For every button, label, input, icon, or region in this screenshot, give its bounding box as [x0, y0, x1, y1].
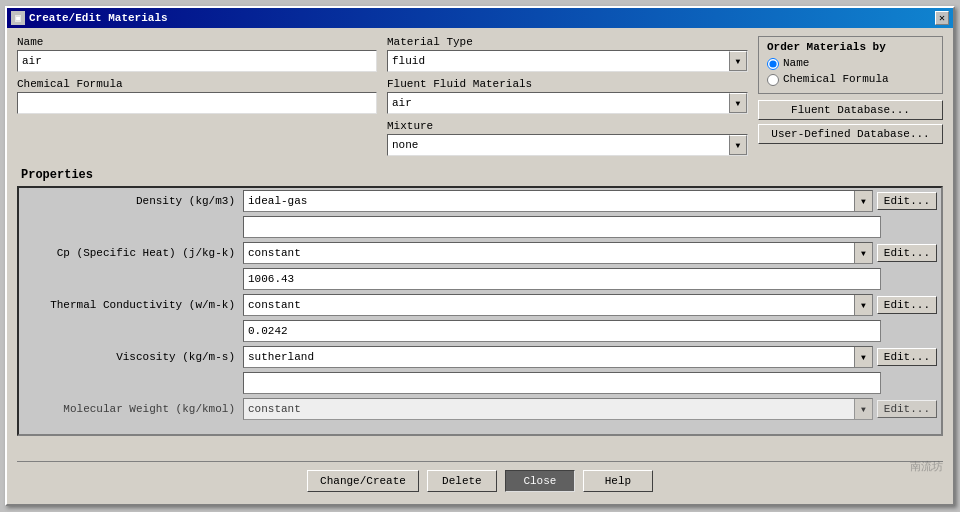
- fluent-fluid-combo[interactable]: ▼: [387, 92, 748, 114]
- user-defined-database-button[interactable]: User-Defined Database...: [758, 124, 943, 144]
- order-formula-radio[interactable]: [767, 74, 779, 86]
- viscosity-value-input[interactable]: [243, 372, 881, 394]
- material-type-dropdown-btn[interactable]: ▼: [729, 51, 747, 71]
- order-formula-radio-row: Chemical Formula: [767, 73, 934, 87]
- viscosity-value-row: [19, 370, 941, 396]
- mixture-dropdown-btn[interactable]: ▼: [729, 135, 747, 155]
- density-value-input[interactable]: [243, 216, 881, 238]
- molecular-weight-label: Molecular Weight (kg/kmol): [23, 403, 243, 415]
- fluent-fluid-dropdown-btn[interactable]: ▼: [729, 93, 747, 113]
- molecular-weight-dropdown-btn[interactable]: ▼: [854, 399, 872, 419]
- cp-label: Cp (Specific Heat) (j/kg-k): [23, 247, 243, 259]
- order-materials-title: Order Materials by: [767, 41, 934, 53]
- viscosity-edit-button[interactable]: Edit...: [877, 348, 937, 366]
- mixture-combo[interactable]: ▼: [387, 134, 748, 156]
- thermal-conductivity-value-input[interactable]: [243, 320, 881, 342]
- viscosity-row: Viscosity (kg/m-s) ▼ Edit...: [19, 344, 941, 370]
- fluent-fluid-label: Fluent Fluid Materials: [387, 78, 748, 90]
- mixture-field-group: Mixture ▼: [387, 120, 748, 156]
- properties-label: Properties: [21, 168, 943, 182]
- order-name-radio[interactable]: [767, 58, 779, 70]
- cp-dropdown-btn[interactable]: ▼: [854, 243, 872, 263]
- molecular-weight-row: Molecular Weight (kg/kmol) ▼ Edit...: [19, 396, 941, 422]
- molecular-weight-combo-input[interactable]: [244, 401, 854, 417]
- title-bar: ▣ Create/Edit Materials ✕: [7, 8, 953, 28]
- title-bar-left: ▣ Create/Edit Materials: [11, 11, 168, 25]
- viscosity-dropdown-btn[interactable]: ▼: [854, 347, 872, 367]
- thermal-conductivity-row: Thermal Conductivity (w/m-k) ▼ Edit...: [19, 292, 941, 318]
- properties-section: Properties Density (kg/m3) ▼ Edit...: [17, 168, 943, 457]
- cp-value-row: [19, 266, 941, 292]
- cp-combo[interactable]: ▼: [243, 242, 873, 264]
- change-create-button[interactable]: Change/Create: [307, 470, 419, 492]
- bottom-bar: Change/Create Delete Close Help: [17, 461, 943, 496]
- order-materials-group: Order Materials by Name Chemical Formula: [758, 36, 943, 94]
- density-row: Density (kg/m3) ▼ Edit...: [19, 188, 941, 214]
- mid-column: Material Type ▼ Fluent Fluid Materials ▼…: [387, 36, 748, 162]
- chemical-formula-field-group: Chemical Formula: [17, 78, 377, 114]
- viscosity-label: Viscosity (kg/m-s): [23, 351, 243, 363]
- thermal-conductivity-combo[interactable]: ▼: [243, 294, 873, 316]
- window-title: Create/Edit Materials: [29, 12, 168, 24]
- window-icon: ▣: [11, 11, 25, 25]
- help-button[interactable]: Help: [583, 470, 653, 492]
- material-type-label: Material Type: [387, 36, 748, 48]
- viscosity-combo[interactable]: ▼: [243, 346, 873, 368]
- chemical-formula-input[interactable]: [17, 92, 377, 114]
- density-combo[interactable]: ▼: [243, 190, 873, 212]
- cp-combo-input[interactable]: [244, 245, 854, 261]
- density-value-row: [19, 214, 941, 240]
- density-edit-button[interactable]: Edit...: [877, 192, 937, 210]
- content-area: Name Chemical Formula Material Type ▼: [7, 28, 953, 504]
- cp-edit-button[interactable]: Edit...: [877, 244, 937, 262]
- top-section: Name Chemical Formula Material Type ▼: [17, 36, 943, 162]
- density-label: Density (kg/m3): [23, 195, 243, 207]
- name-input[interactable]: [17, 50, 377, 72]
- thermal-conductivity-label: Thermal Conductivity (w/m-k): [23, 299, 243, 311]
- fluent-fluid-input[interactable]: [388, 95, 729, 111]
- material-type-input[interactable]: [388, 53, 729, 69]
- cp-row: Cp (Specific Heat) (j/kg-k) ▼ Edit...: [19, 240, 941, 266]
- cp-value-input[interactable]: [243, 268, 881, 290]
- material-type-combo[interactable]: ▼: [387, 50, 748, 72]
- thermal-conductivity-value-row: [19, 318, 941, 344]
- left-column: Name Chemical Formula: [17, 36, 377, 162]
- order-name-radio-row: Name: [767, 57, 934, 71]
- right-column: Order Materials by Name Chemical Formula…: [758, 36, 943, 162]
- thermal-conductivity-combo-input[interactable]: [244, 297, 854, 313]
- density-dropdown-btn[interactable]: ▼: [854, 191, 872, 211]
- close-icon[interactable]: ✕: [935, 11, 949, 25]
- chemical-formula-label: Chemical Formula: [17, 78, 377, 90]
- order-formula-label: Chemical Formula: [783, 73, 889, 85]
- thermal-conductivity-dropdown-btn[interactable]: ▼: [854, 295, 872, 315]
- delete-button[interactable]: Delete: [427, 470, 497, 492]
- viscosity-combo-input[interactable]: [244, 349, 854, 365]
- close-button[interactable]: Close: [505, 470, 575, 492]
- material-type-field-group: Material Type ▼: [387, 36, 748, 72]
- molecular-weight-edit-button[interactable]: Edit...: [877, 400, 937, 418]
- properties-scroll-area[interactable]: Density (kg/m3) ▼ Edit... Cp (Specific H…: [17, 186, 943, 436]
- fluent-database-button[interactable]: Fluent Database...: [758, 100, 943, 120]
- mixture-label: Mixture: [387, 120, 748, 132]
- fluent-fluid-field-group: Fluent Fluid Materials ▼: [387, 78, 748, 114]
- watermark: 南流坊: [910, 459, 943, 474]
- order-name-label: Name: [783, 57, 809, 69]
- density-combo-input[interactable]: [244, 193, 854, 209]
- main-window: ▣ Create/Edit Materials ✕ Name Chemical …: [5, 6, 955, 506]
- name-label: Name: [17, 36, 377, 48]
- thermal-conductivity-edit-button[interactable]: Edit...: [877, 296, 937, 314]
- name-field-group: Name: [17, 36, 377, 72]
- molecular-weight-combo[interactable]: ▼: [243, 398, 873, 420]
- mixture-input[interactable]: [388, 137, 729, 153]
